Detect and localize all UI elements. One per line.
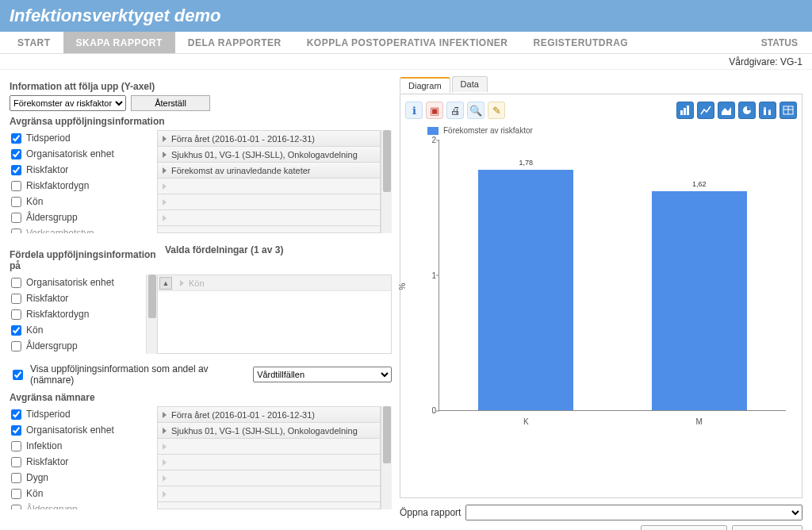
andel-select[interactable]: Vårdtillfällen bbox=[253, 367, 392, 382]
nav-dela-rapporter[interactable]: DELA RAPPORTER bbox=[175, 32, 294, 53]
scrollbar[interactable] bbox=[381, 406, 392, 509]
detail-row[interactable]: Förra året (2016-01-01 - 2016-12-31) bbox=[157, 130, 381, 146]
chart-bar: 1,62 bbox=[652, 191, 747, 410]
detail-row-blank bbox=[157, 209, 381, 225]
export-ppt-icon[interactable]: ▣ bbox=[426, 102, 443, 119]
chk-label: Kön bbox=[26, 196, 43, 207]
chk-label: Tidsperiod bbox=[26, 409, 71, 420]
chk-n-dygn[interactable] bbox=[11, 473, 21, 483]
save-report-button[interactable]: Spara rapport bbox=[732, 525, 802, 530]
chart-tabs: Diagram Data bbox=[400, 76, 802, 92]
chk-n-infektion[interactable] bbox=[11, 441, 21, 451]
scrollbar[interactable] bbox=[381, 130, 392, 233]
chart-panel: ℹ ▣ 🖨 🔍 ✎ bbox=[400, 94, 802, 498]
detail-row-blank bbox=[157, 501, 381, 509]
chk-f-org-enhet[interactable] bbox=[11, 278, 21, 288]
ytick-label: 0 bbox=[416, 406, 436, 415]
chk-label: Organisatorisk enhet bbox=[26, 148, 114, 159]
chk-kon[interactable] bbox=[11, 197, 21, 207]
app-header: Infektionsverktyget demo bbox=[0, 0, 812, 32]
nav-start[interactable]: START bbox=[5, 32, 63, 53]
valda-row[interactable]: ▲ Kön bbox=[158, 275, 391, 291]
nav-status[interactable]: STATUS bbox=[752, 32, 807, 53]
open-report-label: Öppna rapport bbox=[400, 507, 461, 518]
chk-riskfaktordygn[interactable] bbox=[11, 181, 21, 191]
manage-reports-button[interactable]: Hantera rapporter bbox=[641, 525, 727, 530]
yaxis-select[interactable]: Förekomster av riskfaktor bbox=[10, 95, 126, 111]
yaxis-label: % bbox=[398, 283, 407, 290]
provider-label: Vårdgivare: VG-1 bbox=[729, 56, 802, 67]
reset-button[interactable]: Återställ bbox=[131, 95, 210, 111]
avgr-checkbox-list: Tidsperiod Organisatorisk enhet Riskfakt… bbox=[10, 130, 157, 233]
chk-n-kon[interactable] bbox=[11, 489, 21, 499]
chk-label: Riskfaktordygn bbox=[26, 309, 89, 320]
avgr-n-detail-list: Förra året (2016-01-01 - 2016-12-31) Sju… bbox=[157, 406, 381, 509]
provider-subheader: Vårdgivare: VG-1 bbox=[0, 54, 812, 70]
scrollbar[interactable] bbox=[146, 275, 157, 354]
line-chart-icon[interactable] bbox=[697, 102, 714, 119]
chk-label: Riskfaktordygn bbox=[26, 180, 89, 191]
chk-andel[interactable] bbox=[13, 370, 23, 380]
chart-plot: % 0121,78K1,62M bbox=[405, 140, 797, 433]
report-footer: Öppna rapport Hantera rapporter Spara ra… bbox=[400, 505, 802, 530]
stacked-bar-icon[interactable] bbox=[759, 102, 776, 119]
nav-koppla[interactable]: KOPPLA POSTOPERATIVA INFEKTIONER bbox=[294, 32, 521, 53]
chk-tidsperiod[interactable] bbox=[11, 133, 21, 144]
caret-icon bbox=[163, 199, 167, 205]
detail-row[interactable]: Förra året (2016-01-01 - 2016-12-31) bbox=[157, 406, 381, 422]
open-report-select[interactable] bbox=[465, 505, 802, 520]
xtick-label: M bbox=[696, 417, 703, 426]
caret-icon bbox=[163, 444, 167, 450]
move-up-button[interactable]: ▲ bbox=[159, 277, 172, 290]
chk-label: Dygn bbox=[26, 472, 48, 483]
chk-label: Infektion bbox=[26, 440, 62, 451]
chk-n-riskfaktor[interactable] bbox=[11, 457, 21, 467]
chk-f-riskfaktordygn[interactable] bbox=[11, 309, 21, 320]
pie-chart-icon[interactable] bbox=[738, 102, 756, 119]
chk-aldersgrupp[interactable] bbox=[11, 213, 21, 223]
info-icon[interactable]: ℹ bbox=[405, 102, 423, 119]
caret-icon bbox=[180, 280, 184, 286]
detail-text: Sjukhus 01, VG-1 (SJH-SLL), Onkologavdel… bbox=[171, 426, 358, 436]
chk-verksamhetstyp[interactable] bbox=[11, 229, 21, 234]
detail-row-blank bbox=[157, 438, 381, 454]
chk-f-aldersgrupp[interactable] bbox=[11, 341, 21, 351]
tab-data[interactable]: Data bbox=[452, 76, 488, 92]
legend-label: Förekomster av riskfaktor bbox=[443, 126, 533, 135]
area-chart-icon[interactable] bbox=[718, 102, 735, 119]
chk-n-tidsperiod[interactable] bbox=[11, 409, 21, 420]
bar-chart-icon[interactable] bbox=[676, 102, 694, 119]
chk-n-org-enhet[interactable] bbox=[11, 425, 21, 436]
app-title: Infektionsverktyget demo bbox=[10, 6, 221, 26]
caret-icon bbox=[163, 183, 167, 190]
nav-registerutdrag[interactable]: REGISTERUTDRAG bbox=[521, 32, 642, 53]
detail-row-blank bbox=[157, 454, 381, 470]
svg-rect-0 bbox=[680, 110, 683, 115]
detail-row-blank bbox=[157, 178, 381, 194]
chk-f-riskfaktor[interactable] bbox=[11, 294, 21, 304]
chk-n-aldersgrupp[interactable] bbox=[11, 505, 21, 510]
print-icon[interactable]: 🖨 bbox=[446, 102, 464, 119]
nav-skapa-rapport[interactable]: SKAPA RAPPORT bbox=[63, 32, 175, 53]
detail-text: Förekomst av urinavledande kateter bbox=[171, 166, 310, 175]
table-icon[interactable] bbox=[779, 102, 797, 119]
svg-rect-8 bbox=[768, 109, 771, 111]
detail-row[interactable]: Sjukhus 01, VG-1 (SJH-SLL), Onkologavdel… bbox=[157, 146, 381, 162]
zoom-icon[interactable]: 🔍 bbox=[467, 102, 485, 119]
caret-icon bbox=[163, 152, 167, 158]
detail-row[interactable]: Sjukhus 01, VG-1 (SJH-SLL), Onkologavdel… bbox=[157, 422, 381, 438]
bar-value-label: 1,78 bbox=[519, 159, 533, 167]
detail-text: Förra året (2016-01-01 - 2016-12-31) bbox=[171, 134, 315, 144]
caret-icon bbox=[163, 167, 167, 174]
chart-panel-wrap: Diagram Data ℹ ▣ 🖨 🔍 ✎ bbox=[400, 76, 802, 524]
edit-icon[interactable]: ✎ bbox=[488, 102, 505, 119]
avgr-detail-list: Förra året (2016-01-01 - 2016-12-31) Sju… bbox=[157, 130, 381, 233]
detail-row[interactable]: Förekomst av urinavledande kateter bbox=[157, 162, 381, 178]
chk-f-kon[interactable] bbox=[11, 325, 21, 336]
chk-label: Åldersgrupp bbox=[26, 340, 78, 351]
detail-row-blank bbox=[157, 225, 381, 233]
chk-org-enhet[interactable] bbox=[11, 149, 21, 159]
tab-diagram[interactable]: Diagram bbox=[400, 77, 450, 93]
chk-riskfaktor[interactable] bbox=[11, 165, 21, 175]
svg-rect-2 bbox=[687, 106, 689, 115]
